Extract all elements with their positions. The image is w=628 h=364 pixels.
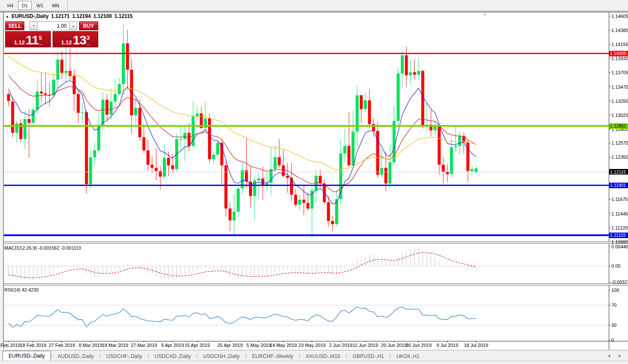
time-axis-label: 18 Jul 2019	[461, 343, 491, 348]
sell-button[interactable]: SELL	[5, 21, 24, 30]
candle-body	[454, 146, 457, 147]
candle-body	[368, 100, 371, 124]
candle-body	[208, 119, 211, 159]
candle-body	[179, 139, 182, 140]
candle-body	[101, 100, 104, 125]
buy-price-prefix: 1.12	[61, 39, 72, 46]
chart-close-value: 1.12115	[114, 13, 133, 19]
tabs-scroll-left-icon[interactable]: ◄	[607, 353, 611, 358]
buy-button[interactable]: BUY	[79, 21, 98, 30]
candle-body	[331, 221, 334, 224]
candle-body	[413, 72, 416, 75]
chart-tab-usdchf-daily[interactable]: USDCHF-,Daily	[101, 352, 148, 361]
price-axis-label: 1.12350	[611, 154, 628, 160]
candle-body	[56, 60, 59, 80]
chart-open-value: 1.12171	[51, 13, 70, 19]
time-axis-label: 18 Mar 2019	[100, 343, 130, 348]
volume-increase-button[interactable]: ▲	[69, 21, 77, 30]
candle-body	[183, 133, 186, 139]
one-click-trading-panel: SELL ▼ ▲ BUY 1.12 11 5 1.12 13 3	[5, 21, 98, 47]
candle-body	[44, 93, 47, 95]
time-axis-label: 14 May 2019	[268, 343, 298, 348]
rsi-axis-label: 70	[611, 303, 616, 308]
candle-body	[122, 44, 125, 84]
candle-body	[364, 100, 367, 109]
rsi-axis-label: 100	[611, 288, 619, 293]
candle-body	[89, 157, 92, 184]
sell-price-button[interactable]: 1.12 11 5	[5, 31, 51, 47]
price-line-label-1.12851: 1.12851	[609, 123, 628, 129]
candle-body	[278, 157, 281, 165]
candle-body	[467, 142, 470, 171]
candle-body	[138, 108, 141, 137]
candle-body	[93, 150, 96, 157]
candle-body	[142, 137, 145, 151]
one-click-collapse-icon[interactable]: ▲	[6, 15, 9, 18]
candle-body	[229, 209, 232, 221]
candle-body	[118, 84, 121, 94]
candle-body	[36, 92, 39, 110]
candle-body	[347, 146, 350, 165]
macd-indicator-values: -0.001562 -0.001110	[38, 245, 81, 250]
candle-body	[65, 71, 67, 73]
buy-price-pips: 13	[73, 35, 86, 46]
volume-input[interactable]	[38, 21, 69, 30]
chart-tab-usdcad-daily[interactable]: USDCAD-,Daily	[149, 352, 197, 361]
candle-body	[298, 200, 301, 205]
candle-body	[167, 158, 170, 166]
status-bar	[0, 361, 628, 364]
chart-tab-ukoil-h1[interactable]: UKOil-,H1	[391, 352, 425, 361]
price-axis-label: 1.13025	[611, 113, 628, 118]
candle-body	[294, 195, 297, 204]
macd-axis-label: -0.003715	[611, 280, 628, 285]
candle-body	[126, 44, 129, 70]
chart-low-value: 1.12100	[93, 13, 112, 19]
chart-shift-marker-icon[interactable]: ▼	[483, 12, 487, 17]
tabs-scroll-right-icon[interactable]: ►	[618, 353, 622, 358]
chart-tab-usdcnh-daily[interactable]: USDCNH-,Daily	[198, 352, 245, 361]
price-axis-label: 1.14605	[611, 14, 628, 19]
buy-price-button[interactable]: 1.12 13 3	[53, 31, 98, 47]
time-axis-label: 11 Jun 2019	[350, 343, 380, 348]
chart-tab-eurchf-weekly[interactable]: EURCHF-,Weekly	[247, 352, 299, 361]
chart-tab-audusd-daily[interactable]: AUDUSD-,Daily	[52, 352, 100, 361]
candle-body	[327, 202, 330, 221]
time-axis-label: 30 Jun 2019	[404, 343, 434, 348]
time-axis-label: 15 Apr 2019	[182, 343, 212, 348]
pane-splitter-macd-rsi[interactable]	[0, 283, 628, 285]
candle-body	[360, 95, 363, 109]
candle-body	[450, 147, 453, 174]
candle-body	[188, 133, 191, 146]
candle-body	[257, 178, 260, 180]
candle-body	[286, 176, 289, 178]
candle-body	[28, 119, 31, 123]
chart-tab-eurusd-daily[interactable]: EURUSD-,Daily	[3, 351, 51, 361]
candle-body	[306, 203, 309, 208]
price-axis-label: 1.11220	[611, 225, 628, 230]
time-axis-label: 25 Apr 2019	[215, 343, 245, 348]
time-axis-label: 27 Feb 2019	[47, 343, 77, 348]
rsi-pane-label: RSI(14) 42.4230	[4, 287, 39, 292]
candle-body	[438, 126, 441, 165]
rsi-axis-label: 0	[611, 338, 614, 343]
candle-body	[23, 119, 26, 139]
chart-window-left-border	[0, 12, 4, 349]
rsi-indicator-value: 42.4230	[22, 287, 39, 292]
pane-splitter-price-macd[interactable]	[0, 242, 628, 244]
candle-body	[302, 200, 305, 203]
macd-axis-label: 0.00	[611, 263, 620, 268]
candle-body	[7, 94, 10, 101]
candle-body	[11, 102, 14, 133]
rsi-line	[9, 307, 476, 327]
chart-canvas[interactable]	[0, 0, 628, 364]
chart-tab-gbpusd-h1[interactable]: GBPUSD-,H1	[347, 352, 389, 361]
candle-body	[81, 112, 84, 113]
candle-body	[417, 71, 420, 75]
price-axis-label: 1.11445	[611, 211, 628, 216]
price-axis-label: 1.11675	[611, 197, 628, 202]
candle-body	[171, 165, 174, 169]
volume-decrease-button[interactable]: ▼	[29, 21, 38, 30]
price-axis-label: 1.13475	[611, 84, 628, 90]
chart-tab-xauusd-m15[interactable]: XAUUSD-,M15	[300, 352, 346, 361]
candle-body	[114, 94, 117, 102]
